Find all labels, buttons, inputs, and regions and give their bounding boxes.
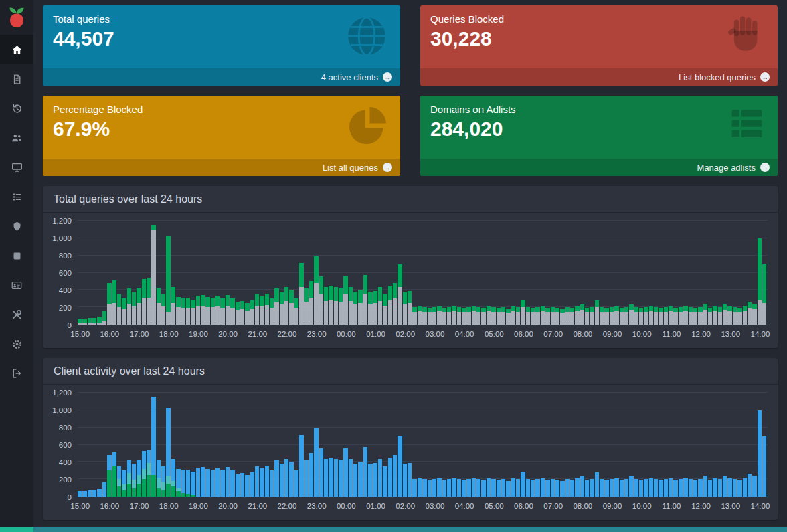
chart-bar[interactable] bbox=[176, 393, 180, 497]
chart-bar[interactable] bbox=[565, 393, 570, 497]
chart-bar[interactable] bbox=[319, 393, 323, 497]
sidebar-item-query-log[interactable] bbox=[0, 64, 33, 94]
chart-bar[interactable] bbox=[373, 393, 377, 497]
chart-bar[interactable] bbox=[659, 221, 663, 325]
chart-bar[interactable] bbox=[88, 221, 92, 325]
chart-bar[interactable] bbox=[82, 393, 86, 497]
chart-bar[interactable] bbox=[516, 221, 520, 325]
chart-bar[interactable] bbox=[215, 221, 220, 325]
chart-bar[interactable] bbox=[545, 393, 549, 497]
chart-bar[interactable] bbox=[457, 221, 461, 325]
chart-bar[interactable] bbox=[664, 221, 668, 325]
chart-bar[interactable] bbox=[127, 393, 131, 497]
sidebar-item-logout[interactable] bbox=[0, 359, 33, 388]
chart-bar[interactable] bbox=[565, 221, 570, 325]
list-blocked-queries-link[interactable]: List blocked queries → bbox=[420, 68, 778, 86]
chart-bar[interactable] bbox=[624, 393, 628, 497]
chart-bar[interactable] bbox=[240, 393, 244, 497]
sidebar-item-clients[interactable] bbox=[0, 153, 33, 182]
chart-bar[interactable] bbox=[472, 393, 476, 497]
chart-bar[interactable] bbox=[590, 221, 594, 325]
chart-bar[interactable] bbox=[201, 393, 205, 497]
chart-bar[interactable] bbox=[723, 393, 727, 497]
chart-bar[interactable] bbox=[280, 393, 284, 497]
chart-bar[interactable] bbox=[673, 221, 677, 325]
list-all-queries-link[interactable]: List all queries → bbox=[43, 159, 400, 176]
chart-bar[interactable] bbox=[304, 393, 309, 497]
chart-bar[interactable] bbox=[151, 393, 155, 497]
chart-bar[interactable] bbox=[620, 221, 624, 325]
chart-bar[interactable] bbox=[620, 393, 624, 497]
chart-bar[interactable] bbox=[398, 393, 402, 497]
chart-bar[interactable] bbox=[614, 221, 618, 325]
chart-bar[interactable] bbox=[758, 393, 762, 497]
chart-bar[interactable] bbox=[541, 393, 545, 497]
chart-bar[interactable] bbox=[541, 221, 545, 325]
chart-bar[interactable] bbox=[82, 221, 86, 325]
chart-bar[interactable] bbox=[758, 221, 762, 325]
chart-bar[interactable] bbox=[634, 393, 638, 497]
chart-bar[interactable] bbox=[644, 393, 648, 497]
chart-bar[interactable] bbox=[398, 221, 402, 325]
chart-bar[interactable] bbox=[205, 221, 209, 325]
chart-bar[interactable] bbox=[526, 393, 530, 497]
chart-bar[interactable] bbox=[353, 221, 357, 325]
chart-bar[interactable] bbox=[466, 393, 470, 497]
chart-bar[interactable] bbox=[649, 393, 653, 497]
chart-bar[interactable] bbox=[718, 393, 722, 497]
chart-bar[interactable] bbox=[161, 393, 165, 497]
chart-bar[interactable] bbox=[575, 393, 579, 497]
chart-bar[interactable] bbox=[236, 393, 240, 497]
chart-bar[interactable] bbox=[516, 393, 520, 497]
chart-bar[interactable] bbox=[132, 393, 136, 497]
chart-bar[interactable] bbox=[349, 221, 353, 325]
chart-bar[interactable] bbox=[733, 221, 737, 325]
chart-bar[interactable] bbox=[107, 221, 111, 325]
chart-bar[interactable] bbox=[629, 393, 633, 497]
chart-bar[interactable] bbox=[349, 393, 353, 497]
chart-bar[interactable] bbox=[284, 221, 288, 325]
chart-bar[interactable] bbox=[383, 393, 387, 497]
chart-bar[interactable] bbox=[274, 393, 278, 497]
chart-bar[interactable] bbox=[708, 393, 712, 497]
chart-bar[interactable] bbox=[220, 221, 224, 325]
chart-bar[interactable] bbox=[610, 393, 614, 497]
chart-bar[interactable] bbox=[191, 393, 195, 497]
chart-bar[interactable] bbox=[289, 221, 293, 325]
chart-bar[interactable] bbox=[255, 221, 259, 325]
sidebar-item-domains[interactable] bbox=[0, 182, 33, 211]
chart-bar[interactable] bbox=[147, 221, 151, 325]
chart-bar[interactable] bbox=[531, 221, 535, 325]
chart-bar[interactable] bbox=[743, 221, 747, 325]
chart-bar[interactable] bbox=[329, 221, 333, 325]
chart-bar[interactable] bbox=[679, 393, 683, 497]
chart-bar[interactable] bbox=[265, 221, 269, 325]
chart-bar[interactable] bbox=[624, 221, 628, 325]
chart-bar[interactable] bbox=[447, 221, 451, 325]
chart-bar[interactable] bbox=[408, 221, 412, 325]
chart-bar[interactable] bbox=[491, 221, 495, 325]
chart-bar[interactable] bbox=[462, 393, 466, 497]
chart-bar[interactable] bbox=[236, 221, 240, 325]
chart-bar[interactable] bbox=[334, 221, 338, 325]
chart-bar[interactable] bbox=[437, 393, 441, 497]
chart-bar[interactable] bbox=[452, 221, 456, 325]
chart-bar[interactable] bbox=[693, 393, 697, 497]
chart-bar[interactable] bbox=[545, 221, 549, 325]
chart-bar[interactable] bbox=[708, 221, 712, 325]
chart-bar[interactable] bbox=[319, 221, 323, 325]
chart-bar[interactable] bbox=[403, 393, 407, 497]
sidebar-item-groups[interactable] bbox=[0, 123, 33, 153]
chart-bar[interactable] bbox=[659, 393, 663, 497]
manage-adlists-link[interactable]: Manage adlists → bbox=[420, 159, 778, 176]
chart-bar[interactable] bbox=[284, 393, 288, 497]
chart-bar[interactable] bbox=[595, 393, 599, 497]
active-clients-link[interactable]: 4 active clients → bbox=[43, 68, 400, 86]
chart-bar[interactable] bbox=[289, 393, 293, 497]
chart-bar[interactable] bbox=[339, 221, 343, 325]
chart-bar[interactable] bbox=[447, 393, 451, 497]
chart-bar[interactable] bbox=[137, 393, 141, 497]
chart-bar[interactable] bbox=[299, 393, 303, 497]
chart-bar[interactable] bbox=[570, 221, 574, 325]
chart-bar[interactable] bbox=[324, 393, 328, 497]
